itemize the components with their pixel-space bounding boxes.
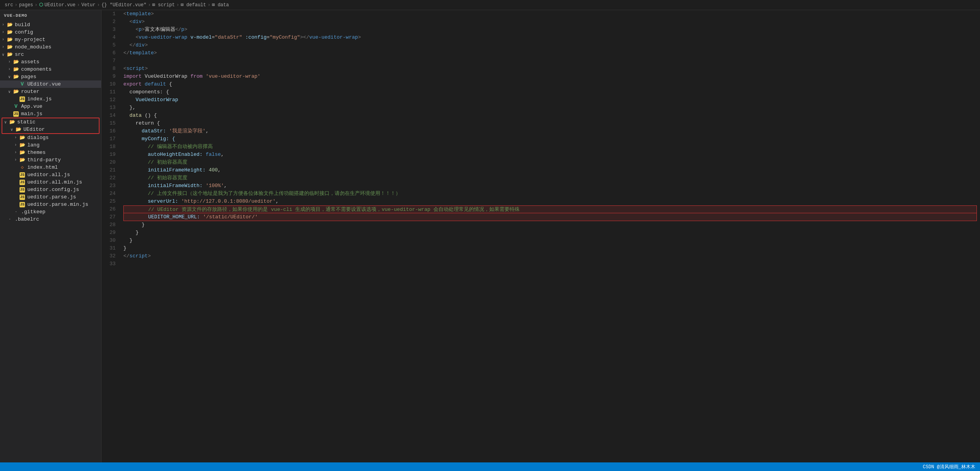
tree-item-static[interactable]: ∨📂static xyxy=(2,118,99,126)
file-icon-ueditor.config.js: JS xyxy=(19,187,26,193)
code-line-1: <template> xyxy=(123,10,977,18)
tree-item-pages[interactable]: ∨📂pages xyxy=(0,73,101,80)
tree-item-node_modules[interactable]: ›📂node_modules xyxy=(0,43,101,51)
file-icon-index.html: ◇ xyxy=(19,164,26,170)
token: 'vue-ueditor-wrap' xyxy=(206,73,260,79)
token: } xyxy=(123,222,145,228)
line-number-26: 26 xyxy=(105,205,116,213)
tree-item-App.vue[interactable]: VApp.vue xyxy=(0,103,101,110)
tree-item-lang[interactable]: ›📂lang xyxy=(0,141,101,149)
line-number-6: 6 xyxy=(105,49,116,57)
code-line-8: <script> xyxy=(123,65,977,73)
tree-item-assets[interactable]: ›📂assets xyxy=(0,58,101,66)
token: > xyxy=(148,253,151,259)
tree-item-third-party[interactable]: ›📂third-party xyxy=(0,156,101,164)
tree-item-ueditor.all.js[interactable]: JSueditor.all.js xyxy=(0,171,101,178)
token: p xyxy=(181,27,184,32)
code-line-30: } xyxy=(123,237,977,244)
breadcrumb-vetur: Vetur xyxy=(81,2,95,8)
token: 400 xyxy=(208,167,217,173)
token: () xyxy=(142,112,154,118)
file-icon-babelrc: · xyxy=(6,217,13,222)
token: "myConfig" xyxy=(270,34,300,40)
line-number-8: 8 xyxy=(105,65,116,73)
code-line-32: </script> xyxy=(123,252,977,260)
breadcrumb-src: src xyxy=(5,2,13,8)
tree-item-build[interactable]: ›📂build xyxy=(0,21,101,29)
token: myConfig: { xyxy=(123,136,175,142)
tree-label-babelrc: .babelrc xyxy=(15,216,39,222)
tree-label-router: router xyxy=(21,89,39,95)
tree-item-my-project[interactable]: ›📂my-project xyxy=(0,36,101,43)
file-icon-node_modules: 📂 xyxy=(6,44,13,50)
code-line-19: autoHeightEnabled: false, xyxy=(123,151,977,159)
line-number-21: 21 xyxy=(105,166,116,174)
file-icon-ueditor.parse.js: JS xyxy=(19,194,26,200)
tree-item-dialogs[interactable]: ›📂dialogs xyxy=(0,134,101,141)
tree-item-config[interactable]: ›📂config xyxy=(0,29,101,36)
code-line-20: // 初始容器高度 xyxy=(123,159,977,166)
token: serverUrl: xyxy=(123,198,181,204)
line-number-10: 10 xyxy=(105,80,116,88)
file-icon-main.js: JS xyxy=(12,111,20,117)
token: > xyxy=(145,42,148,48)
red-border-group: ∨📂static ∨📂UEditor xyxy=(2,118,100,134)
tree-item-ueditor.parse.min.js[interactable]: JSueditor.parse.min.js xyxy=(0,201,101,208)
line-number-1: 1 xyxy=(105,10,116,18)
tree-item-ueditor.config.js[interactable]: JSueditor.config.js xyxy=(0,186,101,193)
tree-item-src[interactable]: ∨📂src xyxy=(0,51,101,58)
file-icon-pages: 📂 xyxy=(12,74,20,80)
arrow: › xyxy=(0,30,6,34)
tree-item-babelrc[interactable]: ·.babelrc xyxy=(0,216,101,223)
tree-item-components[interactable]: ›📂components xyxy=(0,66,101,73)
code-container: 1234567891011121314151617181920212223242… xyxy=(102,10,980,268)
file-icon-index.js: JS xyxy=(19,96,26,102)
line-number-28: 28 xyxy=(105,221,116,229)
file-tree: ›📂build›📂config›📂my-project›📂node_module… xyxy=(0,21,101,223)
line-number-3: 3 xyxy=(105,26,116,34)
token: 'http://127.0.0.1:8080/ueditor' xyxy=(181,198,276,204)
tree-label-App.vue: App.vue xyxy=(21,103,43,109)
tree-item-UEditor[interactable]: ∨📂UEditor xyxy=(2,126,99,133)
token xyxy=(123,144,148,150)
breadcrumb-sep7: › xyxy=(208,2,210,8)
tree-item-UEditor.vue[interactable]: VUEditor.vue xyxy=(0,80,101,88)
tree-item-ueditor.parse.js[interactable]: JSueditor.parse.js xyxy=(0,193,101,201)
code-line-13: }, xyxy=(123,104,977,112)
sidebar: VUE-DEMO ›📂build›📂config›📂my-project›📂no… xyxy=(0,10,102,462)
token: </ xyxy=(123,253,130,259)
tree-item-index.html[interactable]: ◇index.html xyxy=(0,164,101,171)
token: } xyxy=(123,230,139,236)
file-icon-themes: 📂 xyxy=(19,150,26,155)
token: , xyxy=(218,167,221,173)
tree-item-index.js[interactable]: JSindex.js xyxy=(0,95,101,103)
tree-item-.gitkeep[interactable]: ·.gitkeep xyxy=(0,208,101,216)
tree-item-main.js[interactable]: JSmain.js xyxy=(0,110,101,118)
status-bar: CSDN @清风细雨_林木木 xyxy=(0,462,980,471)
token: ></ xyxy=(300,34,309,40)
tree-label-index.html: index.html xyxy=(27,164,58,170)
line-number-24: 24 xyxy=(105,190,116,198)
tree-item-themes[interactable]: ›📂themes xyxy=(0,149,101,156)
token: // UEditor 资源文件的存放路径，如果你使用的是 vue-cli 生成的… xyxy=(148,207,520,212)
code-line-16: dataStr: '我是渲染字段', xyxy=(123,127,977,135)
tree-item-ueditor.all.min.js[interactable]: JSueditor.all.min.js xyxy=(0,178,101,186)
token: < xyxy=(123,66,127,71)
tree-item-router[interactable]: ∨📂router xyxy=(0,88,101,95)
code-line-25: serverUrl: 'http://127.0.0.1:8080/uedito… xyxy=(123,198,977,205)
tree-label-my-project: my-project xyxy=(15,37,45,43)
line-number-23: 23 xyxy=(105,182,116,190)
line-number-30: 30 xyxy=(105,237,116,244)
file-icon-App.vue: V xyxy=(12,103,20,109)
sidebar-header: VUE-DEMO xyxy=(0,10,101,21)
tree-label-third-party: third-party xyxy=(27,157,61,163)
token xyxy=(123,112,130,118)
tree-label-.gitkeep: .gitkeep xyxy=(21,209,45,215)
token xyxy=(123,27,135,32)
token xyxy=(242,34,245,40)
file-icon-dialogs: 📂 xyxy=(19,135,26,141)
code-line-3: <p>富文本编辑器</p> xyxy=(123,26,977,34)
file-icon-lang: 📂 xyxy=(19,142,26,148)
token: > xyxy=(142,27,145,32)
token: v-model xyxy=(191,34,212,40)
